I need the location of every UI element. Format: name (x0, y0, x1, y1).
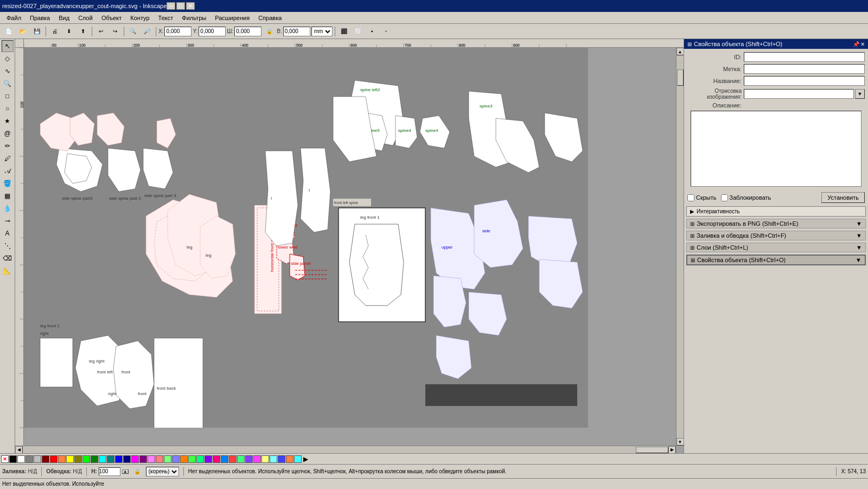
pattern-bottom-rect[interactable] (154, 338, 203, 428)
lock-button-status[interactable]: 🔒 (133, 467, 142, 476)
pattern-bottom-text1[interactable]: front left (97, 370, 113, 374)
pen-tool[interactable]: 🖊 (2, 153, 14, 164)
color-peach[interactable] (286, 455, 293, 463)
pattern-pink-upper[interactable]: I (265, 151, 298, 246)
obj-props-pin[interactable]: 📌 (853, 41, 859, 47)
menu-help[interactable]: Справка (254, 14, 286, 22)
color-orange[interactable] (58, 455, 66, 463)
color-red[interactable] (50, 455, 58, 463)
w-input[interactable] (234, 27, 261, 36)
pattern-upper-center[interactable]: I (301, 148, 330, 232)
scroll-left-button[interactable]: ◀ (15, 446, 23, 454)
zoom-tool[interactable]: 🔍 (2, 78, 14, 90)
x-input[interactable] (164, 27, 192, 36)
distribute-button[interactable]: ▫ (380, 26, 393, 37)
color-pink[interactable] (148, 455, 155, 463)
color-lime[interactable] (82, 455, 90, 463)
color-medgreen[interactable] (188, 455, 196, 463)
menu-extensions[interactable]: Расширения (210, 14, 254, 22)
print-button[interactable]: 🖨 (48, 26, 61, 37)
canvas-area[interactable]: spine left2 spine3 spine5 spine4 (24, 48, 684, 453)
scroll-down-button[interactable]: ▼ (676, 438, 684, 446)
pattern-bottom-misc[interactable]: front back (157, 386, 176, 391)
image-render-dropdown[interactable]: ▼ (855, 89, 865, 99)
export-button[interactable]: ⬆ (76, 26, 90, 37)
measure-tool[interactable]: 📐 (2, 265, 14, 277)
image-render-input[interactable] (744, 89, 854, 99)
menu-layer[interactable]: Слой (74, 14, 97, 22)
description-textarea[interactable] (691, 111, 861, 187)
hide-checkbox-label[interactable]: Скрыть (687, 194, 717, 201)
pattern-bottom-text3[interactable]: front (138, 391, 147, 396)
spiral-tool[interactable]: @ (2, 128, 14, 139)
zoom-button[interactable]: 🔍 (126, 26, 139, 37)
import-button[interactable]: ⬇ (62, 26, 75, 37)
menu-file[interactable]: Файл (2, 14, 25, 22)
node-tool[interactable]: ◇ (2, 53, 14, 65)
color-springgreen[interactable] (196, 455, 204, 463)
close-button[interactable]: ✕ (186, 2, 195, 10)
color-gray[interactable] (25, 455, 33, 463)
eraser-tool[interactable]: ⌫ (2, 252, 14, 264)
pattern-bottom-left3[interactable]: front (113, 341, 154, 409)
color-royalblue[interactable] (278, 455, 285, 463)
color-green[interactable] (91, 455, 98, 463)
scroll-h-thumb[interactable] (636, 447, 668, 453)
tweak-tool[interactable]: ∿ (2, 65, 14, 77)
hide-checkbox[interactable] (687, 194, 694, 201)
color-magenta[interactable] (131, 455, 139, 463)
no-color-swatch[interactable]: ✕ (1, 455, 9, 463)
color-violet[interactable] (205, 455, 212, 463)
lock-checkbox[interactable] (721, 194, 728, 201)
undo-button[interactable]: ↩ (94, 26, 107, 37)
bucket-tool[interactable]: 🪣 (2, 177, 14, 189)
color-hotpink[interactable] (213, 455, 220, 463)
align-left-button[interactable]: ⬛ (337, 26, 350, 37)
color-cornflower[interactable] (172, 455, 180, 463)
color-maroon[interactable] (42, 455, 49, 463)
color-white[interactable] (17, 455, 25, 463)
id-input[interactable] (744, 52, 865, 62)
color-purple[interactable] (139, 455, 147, 463)
lock-checkbox-label[interactable]: Заблокировать (721, 194, 771, 201)
color-dodgerblue[interactable] (221, 455, 228, 463)
maximize-button[interactable]: □ (176, 2, 185, 10)
minimize-button[interactable]: — (167, 2, 175, 10)
pattern-bottom-text2[interactable]: right (108, 391, 117, 396)
color-medpurple[interactable] (245, 455, 253, 463)
export-section-header[interactable]: ⊞ Экспортировать в PNG (Shift+Ctrl+E) ▼ (687, 219, 865, 228)
menu-text[interactable]: Текст (154, 14, 178, 22)
color-navy[interactable] (123, 455, 131, 463)
fill-section-header[interactable]: ⊞ Заливка и обводка (Shift+Ctrl+F) ▼ (687, 231, 865, 240)
pattern-leg-front-1-selected[interactable]: leg front 1 (339, 208, 425, 322)
color-blue[interactable] (115, 455, 123, 463)
set-button[interactable]: Установить (821, 192, 865, 203)
lock-aspect-button[interactable]: 🔒 (263, 26, 276, 37)
color-tomato[interactable] (229, 455, 237, 463)
gradient-tool[interactable]: ▦ (2, 190, 14, 202)
open-button[interactable]: 📂 (16, 26, 29, 37)
color-olive[interactable] (74, 455, 82, 463)
label-input[interactable] (744, 64, 865, 74)
zoom-out-button[interactable]: 🔎 (141, 26, 154, 37)
obj-props-close-button[interactable]: ✕ (860, 41, 865, 47)
menu-filters[interactable]: Фильтры (177, 14, 210, 22)
color-salmon[interactable] (156, 455, 163, 463)
pattern-foot-note[interactable]: front left spine (333, 199, 371, 206)
select-tool[interactable]: ↖ (2, 40, 14, 52)
scroll-thumb[interactable] (677, 69, 684, 86)
svg-drawing[interactable]: spine left2 spine3 spine5 spine4 (24, 48, 588, 428)
unit-select[interactable]: mm px cm in (311, 27, 333, 36)
color-aquamarine[interactable] (294, 455, 302, 463)
vertical-scrollbar[interactable]: ▲ ▼ (676, 48, 684, 446)
palette-scroll-right[interactable]: ▶ (302, 455, 309, 463)
color-black[interactable] (9, 455, 17, 463)
align-center-button[interactable]: ⬜ (352, 26, 365, 37)
interactivity-section[interactable]: ▶ Интерактивность (686, 206, 866, 217)
height-input[interactable] (99, 467, 120, 476)
color-lightgreen[interactable] (164, 455, 171, 463)
star-tool[interactable]: ★ (2, 115, 14, 127)
color-cyan[interactable] (99, 455, 106, 463)
menu-path[interactable]: Контур (126, 14, 154, 22)
color-teal[interactable] (107, 455, 114, 463)
